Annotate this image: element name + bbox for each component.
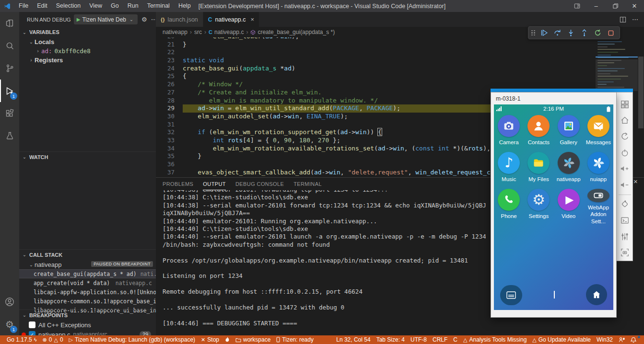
eol-status[interactable]: CRLF [430,335,450,344]
line-number[interactable]: 25 [156,72,183,80]
explorer-icon[interactable] [0,12,19,34]
layout-icon[interactable] [567,0,586,12]
line-number[interactable]: 21 [156,41,183,49]
flame-status-icon[interactable] [222,335,233,344]
power-icon[interactable] [620,145,630,161]
split-editor-icon[interactable] [620,16,626,23]
line-number[interactable]: 32 [156,128,183,137]
breadcrumb-item[interactable]: Cnativeapp.c [209,29,244,35]
line-number[interactable]: 28 [156,97,183,105]
breadcrumb-item[interactable]: nativeapp [163,29,187,35]
extensions-icon[interactable] [0,102,19,125]
menu-file[interactable]: File [14,0,33,12]
launch-config-dropdown[interactable]: ▶ Tizen Native Deb ⌄ [74,14,138,24]
restart-button[interactable] [592,27,603,39]
app-messages[interactable]: Messages [584,115,613,150]
app-nativeapp[interactable]: nativeapp [554,152,584,187]
stack-frame[interactable]: create_base_gui(appdata_s * ad)nati... [19,269,156,278]
breakpoints-section-header[interactable]: ⌄BREAKPOINTS [19,310,156,320]
stack-frame[interactable]: app_create(void * data)nativeapp.c [19,278,156,287]
app-gallery[interactable]: Gallery [554,115,584,150]
multitask-icon[interactable] [620,96,630,113]
stop-button[interactable] [605,27,617,39]
volume-down-icon[interactable] [620,177,630,193]
output-console[interactable]: [10:44:38] emulator-26101: forwarding tc… [163,190,486,335]
go-update-status[interactable]: △Go Update Available [529,335,594,344]
checkbox-unchecked[interactable] [29,321,35,328]
line-number[interactable]: 26 [156,80,183,89]
line-number[interactable]: 22 [156,48,183,57]
app-video[interactable]: ▶Video [554,189,584,224]
line-number[interactable]: 23 [156,57,183,65]
emulator-screen[interactable]: 2:16 PM CameraContactsGalleryMessages♪Mu… [494,104,613,310]
source-control-icon[interactable] [0,57,19,80]
close-icon[interactable]: × [633,177,638,185]
feedback-icon[interactable] [616,335,628,344]
registers-group[interactable]: ›Registers [19,56,156,65]
language-mode-status[interactable]: C [450,335,460,344]
shell-icon[interactable] [620,212,630,229]
locals-group[interactable]: ⌄Locals [19,37,156,46]
line-number[interactable]: 27 [156,89,183,97]
menu-go[interactable]: Go [106,0,123,12]
notifications-bell-icon[interactable] [628,335,639,344]
test-beaker-icon[interactable] [0,125,19,147]
editor-scrollbar[interactable] [638,37,644,177]
menu-view[interactable]: View [85,0,106,12]
scrollbar-thumb[interactable] [638,57,644,128]
line-number[interactable]: 33 [156,137,183,145]
menu-run[interactable]: Run [123,0,143,12]
thread-row[interactable]: ⌄nativeapp PAUSED ON BREAKPOINT [19,260,156,269]
close-window-button[interactable]: ✕ [625,0,644,12]
stack-frame[interactable]: libappcore-common.so.1!appcore_base_init [19,297,156,306]
control-sliders-icon[interactable] [620,229,630,245]
start-debug-icon[interactable]: ▶ [77,17,81,22]
panel-tab-problems[interactable]: PROBLEMS [163,178,193,190]
continue-button[interactable] [538,27,550,39]
encoding-status[interactable]: UTF-8 [408,335,430,344]
stop-status-button[interactable]: ✕Stop [198,335,222,344]
line-number[interactable]: 34 [156,145,183,153]
line-number[interactable]: 37 [156,169,183,177]
breadcrumb-item[interactable]: src [194,29,202,35]
step-out-button[interactable] [578,27,590,39]
home-icon[interactable] [620,113,630,129]
volume-up-icon[interactable] [620,161,630,177]
search-icon[interactable] [0,34,19,57]
app-camera[interactable]: Camera [494,115,524,150]
back-icon[interactable] [620,128,630,145]
settings-gear-icon[interactable]: ⚙ 1 [0,313,19,335]
app-contacts[interactable]: Contacts [524,115,553,150]
tab-nativeapp-c[interactable]: C nativeapp.c × [203,12,259,27]
line-number[interactable]: 20 [156,37,183,41]
panel-tab-terminal[interactable]: TERMINAL [293,178,322,190]
cursor-position-status[interactable]: Ln 32, Col 54 [333,335,373,344]
recent-apps-button[interactable] [500,285,522,305]
workspace-status[interactable]: workspace [233,335,273,344]
menu-terminal[interactable]: Terminal [143,0,174,12]
minimize-button[interactable]: – [586,0,606,12]
home-button[interactable] [586,284,607,305]
variable-row[interactable]: ›ad:0xbff0cde8 [19,46,156,56]
debug-launch-status[interactable]: ▷Tizen Native Debug: Launch (gdb) (works… [66,335,198,344]
code-line[interactable]: create_base_gui(appdata_s *ad) [183,65,596,73]
editor-more-actions-icon[interactable]: ⋯ [632,16,638,23]
breakpoint-row[interactable]: ✓ nativeapp.c nativeapp\src 29 [19,330,156,335]
debug-settings-gear-icon[interactable]: ⚙ [141,16,147,23]
arch-status[interactable]: Win32 [594,335,616,344]
app-phone[interactable]: Phone [494,189,524,224]
app-my-files[interactable]: My Files [524,152,553,187]
app-settings[interactable]: ⚙Settings [524,189,553,224]
app-music[interactable]: ♪Music [494,152,524,187]
code-line[interactable]: static void [183,57,596,65]
close-tab-icon[interactable]: × [250,16,254,23]
menu-edit[interactable]: Edit [33,0,52,12]
more-actions-icon[interactable]: ⋯ [151,16,156,23]
exception-breakpoint-row[interactable]: All C++ Exceptions [19,320,156,330]
watch-section-header[interactable]: ⌄WATCH [19,151,156,162]
run-and-debug-icon[interactable]: 1 [0,80,19,102]
line-number[interactable]: 31 [156,121,183,129]
line-number[interactable]: 29 [156,104,183,113]
app-webapp-addon-sett[interactable]: WebApp Addon Sett... [584,189,613,224]
line-number[interactable]: 35 [156,152,183,161]
